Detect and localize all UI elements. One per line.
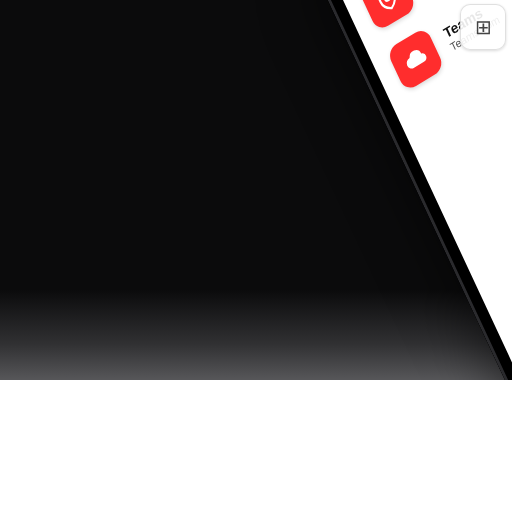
- grid-glyph: ⊞: [475, 15, 492, 39]
- grid-icon[interactable]: ⊞: [460, 4, 506, 50]
- lower-panel: [0, 380, 512, 512]
- svg-point-0: [384, 0, 390, 2]
- cloud-icon: [386, 27, 445, 93]
- promo-composite: Teams Teams Microsoft Teams: [0, 0, 512, 512]
